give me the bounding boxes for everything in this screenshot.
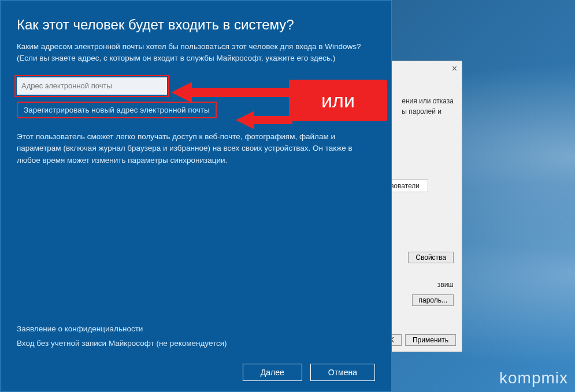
annotation-arrow-top bbox=[171, 81, 292, 104]
password-button[interactable]: пароль... bbox=[412, 294, 454, 306]
svg-marker-0 bbox=[171, 82, 291, 103]
email-field[interactable] bbox=[17, 77, 167, 95]
next-button[interactable]: Далее bbox=[243, 364, 302, 381]
signin-without-account-link[interactable]: Вход без учетной записи Майкрософт (не р… bbox=[17, 339, 375, 348]
dialog-description: Каким адресом электронной почты хотел бы… bbox=[17, 41, 363, 65]
dialog-title: Как этот человек будет входить в систему… bbox=[17, 17, 375, 33]
watermark-text: kompmix bbox=[499, 369, 568, 387]
cancel-button[interactable]: Отмена bbox=[310, 364, 375, 381]
dialog-description-2: Этот пользователь сможет легко получать … bbox=[17, 131, 363, 167]
privacy-statement-link[interactable]: Заявление о конфиденциальности bbox=[17, 324, 375, 333]
apply-button[interactable]: Применить bbox=[405, 334, 456, 346]
bottom-links: Заявление о конфиденциальности Вход без … bbox=[17, 319, 375, 353]
partial-text-2: звиш bbox=[437, 281, 454, 289]
partial-text: ения или отказа ы паролей и bbox=[402, 96, 454, 117]
annotation-arrow-bottom bbox=[236, 110, 294, 130]
svg-marker-1 bbox=[236, 111, 292, 129]
properties-button[interactable]: Свойства bbox=[408, 252, 454, 263]
close-icon[interactable]: × bbox=[452, 64, 457, 74]
annotation-or-label: или bbox=[289, 80, 387, 121]
signin-setup-dialog: Как этот человек будет входить в систему… bbox=[0, 0, 392, 392]
